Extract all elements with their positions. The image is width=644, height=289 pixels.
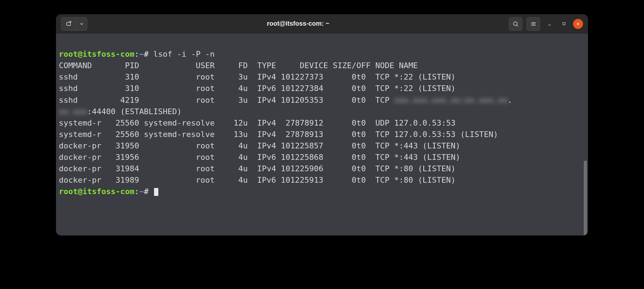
- close-button[interactable]: [573, 19, 583, 29]
- output-row: sshd 310 root 4u IPv6 101227384 0t0 TCP …: [59, 84, 456, 93]
- prompt-sep: :: [134, 187, 139, 196]
- prompt-symbol: #: [144, 187, 148, 196]
- terminal-body[interactable]: root@itsfoss-com:~# lsof -i -P -n COMMAN…: [56, 34, 588, 235]
- window-title: root@itsfoss-com: ~: [90, 20, 506, 27]
- scrollbar-thumb[interactable]: [584, 161, 587, 235]
- output-row: sshd 310 root 3u IPv4 101227373 0t0 TCP …: [59, 72, 456, 81]
- close-icon: [576, 22, 580, 26]
- output-row: sshd 4219 root 3u IPv4 101205353 0t0 TCP: [59, 96, 394, 105]
- svg-rect-9: [563, 22, 565, 25]
- tab-dropdown-button[interactable]: [76, 17, 87, 31]
- output-row: docker-pr 31984 root 4u IPv4 101225906 0…: [59, 164, 456, 173]
- cursor: [154, 188, 158, 196]
- prompt-line-2: root@itsfoss-com:~#: [59, 187, 158, 196]
- output-row: systemd-r 25560 systemd-resolve 13u IPv4…: [59, 130, 498, 139]
- prompt-sep: :: [134, 50, 139, 59]
- search-icon: [512, 21, 519, 27]
- svg-rect-0: [67, 22, 71, 25]
- menu-icon: [530, 21, 537, 27]
- titlebar-right-group: [509, 17, 583, 31]
- svg-line-4: [517, 25, 518, 26]
- titlebar-left-group: [61, 17, 87, 31]
- redacted-ip: xxx.xxx.xxx.xx:xx.xxx.xx: [394, 96, 507, 105]
- hamburger-menu-button[interactable]: [527, 17, 540, 31]
- output-row-cont: .: [507, 96, 512, 105]
- command-text: lsof -i -P -n: [153, 50, 215, 59]
- output-row: docker-pr 31989 root 4u IPv6 101225913 0…: [59, 176, 456, 184]
- maximize-icon: [562, 22, 566, 26]
- prompt-path: ~: [139, 50, 144, 59]
- output-header: COMMAND PID USER FD TYPE DEVICE SIZE/OFF…: [59, 61, 418, 70]
- output-row: docker-pr 31956 root 4u IPv6 101225868 0…: [59, 153, 460, 162]
- search-button[interactable]: [509, 17, 522, 31]
- titlebar: root@itsfoss-com: ~: [56, 14, 588, 34]
- prompt-path: ~: [139, 187, 144, 196]
- prompt-user-host: root@itsfoss-com: [59, 187, 134, 196]
- new-tab-button[interactable]: [61, 17, 76, 31]
- minimize-button[interactable]: [545, 19, 554, 29]
- prompt-line: root@itsfoss-com:~# lsof -i -P -n: [59, 50, 215, 59]
- new-tab-icon: [66, 21, 72, 27]
- output-row: docker-pr 31950 root 4u IPv4 101225857 0…: [59, 141, 460, 150]
- terminal-window: root@itsfoss-com: ~ root@itsfoss-com:~# …: [56, 14, 588, 235]
- redacted-local: xx.xxx: [59, 107, 87, 116]
- maximize-button[interactable]: [559, 19, 569, 29]
- output-continuation: :44400 (ESTABLISHED): [87, 107, 182, 116]
- prompt-user-host: root@itsfoss-com: [59, 50, 134, 59]
- svg-point-3: [513, 22, 517, 26]
- prompt-symbol: #: [144, 50, 148, 59]
- output-row: systemd-r 25560 systemd-resolve 12u IPv4…: [59, 118, 456, 127]
- minimize-icon: [547, 22, 552, 26]
- chevron-down-icon: [79, 21, 84, 26]
